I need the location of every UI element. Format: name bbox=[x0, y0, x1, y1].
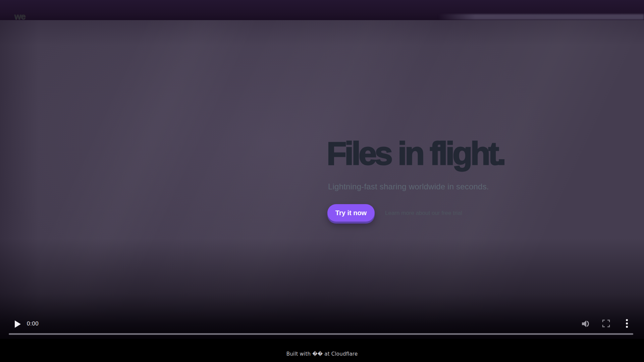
volume-icon bbox=[581, 325, 591, 330]
video-frame-edge-highlight bbox=[438, 14, 644, 20]
video-lighting-overlay bbox=[0, 20, 644, 339]
fullscreen-button[interactable] bbox=[602, 319, 610, 328]
overflow-menu-button[interactable] bbox=[623, 318, 631, 329]
footer-text: Built with �� at Cloudflare bbox=[0, 351, 644, 357]
try-it-now-button[interactable]: Try it now bbox=[327, 204, 375, 222]
play-button[interactable] bbox=[13, 319, 22, 329]
controls-gradient bbox=[0, 238, 644, 339]
page-root: we Files in flight. Lightning-fast shari… bbox=[0, 0, 644, 362]
hero-subtitle: Lightning-fast sharing worldwide in seco… bbox=[328, 182, 489, 191]
learn-more-link[interactable]: Learn more about our free trial bbox=[385, 210, 462, 217]
play-icon bbox=[13, 325, 22, 330]
fullscreen-icon bbox=[602, 324, 610, 329]
overflow-menu-icon bbox=[623, 325, 631, 330]
hero-video[interactable]: Files in flight. Lightning-fast sharing … bbox=[0, 20, 644, 339]
logo[interactable]: we bbox=[14, 12, 25, 20]
site-footer: Built with �� at Cloudflare bbox=[0, 339, 644, 362]
video-progress-bar[interactable] bbox=[9, 333, 633, 335]
volume-button[interactable] bbox=[581, 319, 591, 329]
current-time: 0:00 bbox=[27, 320, 39, 327]
hero-headline: Files in flight. bbox=[327, 136, 504, 171]
